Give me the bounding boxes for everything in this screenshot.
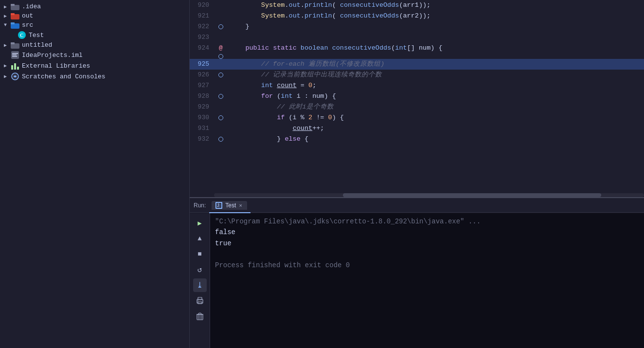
collapse-arrow: ▶ bbox=[4, 13, 11, 19]
svg-rect-12 bbox=[12, 55, 17, 55]
run-tab-icon: J bbox=[215, 202, 222, 209]
line-code: count++; bbox=[228, 123, 644, 134]
line-code: System.out.println( consecutiveOdds(arr1… bbox=[228, 0, 644, 11]
run-tab-close[interactable]: × bbox=[239, 202, 242, 208]
line-num: 926 bbox=[190, 70, 214, 80]
annotation-marker: @ bbox=[219, 43, 223, 54]
line-num: 921 bbox=[190, 11, 214, 21]
collapse-arrow: ▶ bbox=[4, 73, 11, 79]
line-num: 931 bbox=[190, 123, 214, 134]
run-play-button[interactable]: ▶ bbox=[193, 216, 207, 230]
line-code: // 此时i是个奇数 bbox=[228, 102, 644, 112]
collapse-arrow: ▶ bbox=[4, 4, 11, 10]
line-num: 929 bbox=[190, 102, 214, 112]
line-num: 925 bbox=[190, 59, 214, 70]
line-code: public static boolean consecutiveOdds(in… bbox=[228, 43, 644, 59]
run-tab-test[interactable]: J Test × bbox=[212, 201, 247, 210]
scrollbar-thumb[interactable] bbox=[343, 193, 601, 197]
line-num: 920 bbox=[190, 0, 214, 11]
line-code: } bbox=[228, 21, 644, 32]
svg-rect-16 bbox=[17, 67, 19, 70]
code-line-920: 920 System.out.println( consecutiveOdds(… bbox=[190, 0, 644, 11]
line-code bbox=[228, 32, 644, 43]
run-trash-button[interactable] bbox=[193, 310, 207, 323]
line-gutter: @ bbox=[214, 43, 228, 59]
scratches-icon bbox=[11, 72, 19, 81]
line-gutter bbox=[214, 59, 228, 70]
java-icon: C bbox=[18, 31, 26, 39]
sidebar-item-iml[interactable]: IdeaProjects.iml bbox=[0, 50, 189, 60]
extlibs-icon bbox=[11, 61, 19, 70]
fold-indicator[interactable] bbox=[218, 24, 223, 29]
svg-rect-13 bbox=[12, 56, 17, 57]
line-gutter bbox=[214, 21, 228, 32]
svg-rect-15 bbox=[14, 63, 16, 70]
folder-icon-src bbox=[11, 22, 19, 29]
line-code: } else { bbox=[228, 134, 644, 145]
code-line-923: 923 bbox=[190, 32, 644, 43]
svg-text:J: J bbox=[217, 203, 219, 208]
svg-rect-9 bbox=[11, 42, 15, 44]
sidebar-item-label: out bbox=[22, 12, 33, 19]
line-gutter bbox=[214, 80, 228, 91]
line-code: // for-each 遍历数组(不修改原数组) bbox=[228, 59, 644, 70]
code-line-925: 925 // for-each 遍历数组(不修改原数组) bbox=[190, 59, 644, 70]
code-line-924: 924 @ public static boolean consecutiveO… bbox=[190, 43, 644, 59]
line-gutter bbox=[214, 0, 228, 11]
line-num: 923 bbox=[190, 32, 214, 43]
sidebar-item-external-libs[interactable]: ▶ External Libraries bbox=[0, 60, 189, 71]
run-panel: Run: J Test × ▶ ▲ ■ ↺ ⤓ bbox=[190, 197, 644, 348]
line-num: 932 bbox=[190, 134, 214, 145]
svg-rect-3 bbox=[11, 13, 15, 15]
sidebar-item-label: Scratches and Consoles bbox=[22, 73, 106, 80]
fold-indicator[interactable] bbox=[218, 115, 223, 120]
line-num: 928 bbox=[190, 91, 214, 102]
sidebar-item-label: .idea bbox=[22, 3, 41, 10]
line-code: int count = 0; bbox=[228, 80, 644, 91]
run-print-button[interactable] bbox=[193, 294, 207, 308]
svg-rect-5 bbox=[11, 22, 15, 24]
line-gutter bbox=[214, 134, 228, 145]
fold-indicator[interactable] bbox=[218, 73, 223, 77]
code-line-927: 927 int count = 0; bbox=[190, 80, 644, 91]
code-line-922: 922 } bbox=[190, 21, 644, 32]
sidebar-item-test[interactable]: C Test bbox=[0, 30, 189, 40]
horizontal-scrollbar[interactable] bbox=[214, 193, 644, 197]
line-gutter bbox=[214, 91, 228, 102]
run-label: Run: bbox=[194, 202, 206, 209]
svg-rect-1 bbox=[11, 4, 15, 6]
run-sidebar-buttons: ▶ ▲ ■ ↺ ⤓ bbox=[190, 213, 210, 348]
svg-rect-14 bbox=[11, 65, 13, 70]
folder-icon-out bbox=[11, 13, 19, 19]
fold-indicator[interactable] bbox=[218, 137, 223, 142]
line-gutter bbox=[214, 11, 228, 21]
sidebar-item-idea[interactable]: ▶ .idea bbox=[0, 2, 189, 11]
run-output-area: "C:\Program Files\java\.jdks\corretto-1.… bbox=[210, 213, 644, 348]
main-area: 920 System.out.println( consecutiveOdds(… bbox=[190, 0, 644, 348]
run-rerun-button[interactable]: ↺ bbox=[193, 263, 207, 276]
code-line-931: 931 count++; bbox=[190, 123, 644, 134]
fold-indicator[interactable] bbox=[218, 54, 223, 59]
line-code: for (int i : num) { bbox=[228, 91, 644, 102]
sidebar-item-out[interactable]: ▶ out bbox=[0, 11, 189, 20]
sidebar-item-untitled[interactable]: ▶ untitled bbox=[0, 40, 189, 50]
sidebar-item-label: IdeaProjects.iml bbox=[22, 52, 83, 59]
code-line-926: 926 // 记录当前数组中出现连续奇数的个数 bbox=[190, 70, 644, 80]
expand-arrow: ▼ bbox=[4, 22, 11, 28]
svg-text:C: C bbox=[20, 33, 23, 38]
svg-point-25 bbox=[197, 300, 198, 301]
line-gutter bbox=[214, 70, 228, 80]
line-code: System.out.println( consecutiveOdds(arr2… bbox=[228, 11, 644, 21]
sidebar-item-src[interactable]: ▼ src bbox=[0, 20, 189, 30]
line-num: 927 bbox=[190, 80, 214, 91]
code-editor: 920 System.out.println( consecutiveOdds(… bbox=[190, 0, 644, 197]
run-stop-button[interactable]: ■ bbox=[193, 247, 207, 261]
run-up-button[interactable]: ▲ bbox=[193, 232, 207, 245]
sidebar-item-scratches[interactable]: ▶ Scratches and Consoles bbox=[0, 71, 189, 82]
sidebar-item-label: src bbox=[22, 21, 33, 29]
fold-indicator[interactable] bbox=[218, 94, 223, 99]
run-scroll-end-button[interactable]: ⤓ bbox=[193, 278, 207, 292]
line-code: // 记录当前数组中出现连续奇数的个数 bbox=[228, 70, 644, 80]
run-process-line: Process finished with exit code 0 bbox=[215, 260, 639, 271]
sidebar-item-label: External Libraries bbox=[22, 62, 90, 70]
